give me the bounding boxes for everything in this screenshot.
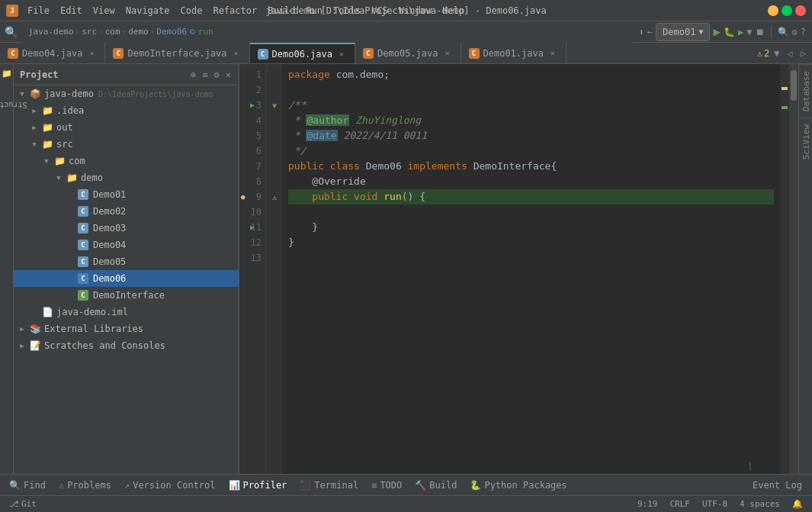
indent-setting[interactable]: 4 spaces xyxy=(737,496,783,513)
tree-item-scratches[interactable]: ▶ 📝 Scratches and Consoles xyxy=(14,337,239,354)
run-toolbar: ⬆ ← Demo01 ▼ ▶ 🐛 ▶ ▼ ⏹ 🔍 ⚙ ? xyxy=(633,23,812,41)
right-panel-database[interactable]: Database xyxy=(799,64,812,118)
editor-vscroll[interactable] xyxy=(789,64,798,474)
panel-close-icon[interactable]: ✕ xyxy=(224,68,233,82)
breadcrumb-method[interactable]: run xyxy=(198,27,213,37)
back-icon[interactable]: ← xyxy=(647,27,653,37)
tool-todo[interactable]: ≡ TODO xyxy=(365,475,409,496)
menu-file[interactable]: File xyxy=(23,4,54,18)
more-run-options[interactable]: ▼ xyxy=(746,27,752,37)
line-num-11: ▶ 11 xyxy=(239,220,266,235)
debug-button[interactable]: 🐛 xyxy=(724,27,735,37)
close-button[interactable] xyxy=(795,5,806,16)
notification-icon[interactable]: 🔔 xyxy=(789,496,806,513)
menu-refactor[interactable]: Refactor xyxy=(208,4,262,18)
tree-item-demo06[interactable]: C Demo06 xyxy=(14,270,239,287)
tab-icon-demo06: C xyxy=(258,49,268,60)
tab-demo05[interactable]: C Demo05.java ✕ xyxy=(355,43,461,64)
tree-item-ext-libs[interactable]: ▶ 📚 External Libraries xyxy=(14,320,239,337)
breakpoint-9[interactable]: ● xyxy=(241,189,245,204)
panel-locate-icon[interactable]: ⊕ xyxy=(189,68,197,82)
menu-code[interactable]: Code xyxy=(176,4,207,18)
tree-item-demo01[interactable]: C Demo01 xyxy=(14,186,239,203)
fold-icon-11[interactable]: ▶ xyxy=(250,220,255,235)
tool-version-control[interactable]: ↗ Version Control xyxy=(118,475,223,496)
tree-item-demointerface[interactable]: C DemoInterface xyxy=(14,287,239,304)
menu-edit[interactable]: Edit xyxy=(56,4,87,18)
tab-demointerfacepre[interactable]: C DemoInterface.java ✕ xyxy=(105,43,249,64)
tree-item-demo04[interactable]: C Demo04 xyxy=(14,237,239,253)
breadcrumb-project[interactable]: java-demo xyxy=(28,27,74,37)
maximize-button[interactable] xyxy=(782,5,792,16)
tool-profiler[interactable]: 📊 Profiler xyxy=(223,475,294,496)
tool-terminal[interactable]: ⬛ Terminal xyxy=(294,475,365,496)
tab-close-demo04[interactable]: ✕ xyxy=(86,48,97,59)
structure-icon[interactable]: Structure xyxy=(0,99,29,111)
tree-item-src[interactable]: ▼ 📁 src xyxy=(14,136,239,153)
panel-collapse-icon[interactable]: ≡ xyxy=(201,68,209,82)
project-icon[interactable]: 📁 xyxy=(1,67,13,79)
search-everywhere-icon[interactable]: 🔍 xyxy=(3,24,19,40)
code-editor[interactable]: package com.demo; /** * @author ZhuYingl… xyxy=(282,64,780,474)
tool-event-log[interactable]: Event Log xyxy=(746,475,809,496)
panel-settings-icon[interactable]: ⚙ xyxy=(213,68,221,82)
tab-close-demo01[interactable]: ✕ xyxy=(547,48,558,59)
right-panel-sciview[interactable]: SciView xyxy=(799,118,812,166)
label-scratches: Scratches and Consoles xyxy=(44,340,165,351)
tree-item-demo05[interactable]: C Demo05 xyxy=(14,253,239,270)
tree-item-demo[interactable]: ▼ 📁 demo xyxy=(14,169,239,186)
breadcrumb-com[interactable]: com xyxy=(105,27,120,37)
git-status[interactable]: ⎇ Git xyxy=(6,496,40,513)
line-ending[interactable]: CRLF xyxy=(666,496,693,513)
tool-build[interactable]: 🔨 Build xyxy=(409,475,464,496)
encoding[interactable]: UTF-8 xyxy=(699,496,730,513)
tree-item-root[interactable]: ▼ 📦 java-demo D:\IdeaProjects\java-demo xyxy=(14,85,239,102)
tab-demo06[interactable]: C Demo06.java ✕ xyxy=(250,43,355,64)
warnings-badge[interactable]: ⚠ 2 xyxy=(757,48,769,59)
minimize-button[interactable] xyxy=(768,5,778,16)
menu-navigate[interactable]: Navigate xyxy=(121,4,175,18)
tree-item-demo02[interactable]: C Demo02 xyxy=(14,203,239,220)
tree-item-out[interactable]: ▶ 📁 out xyxy=(14,119,239,136)
tool-python-packages[interactable]: 🐍 Python Packages xyxy=(464,475,573,496)
run-button[interactable]: ▶ xyxy=(713,24,721,39)
status-bar: ⎇ Git 9:19 CRLF UTF-8 4 spaces 🔔 xyxy=(0,495,812,512)
tab-close-demointerfacepre[interactable]: ✕ xyxy=(231,48,242,59)
stop-button[interactable]: ⏹ xyxy=(756,27,765,37)
settings-icon[interactable]: ⚙ xyxy=(792,27,798,37)
breadcrumb-file[interactable]: Demo06 xyxy=(156,27,187,37)
gutter-3[interactable]: ▼ xyxy=(267,98,282,113)
tree-item-idea[interactable]: ▶ 📁 .idea xyxy=(14,102,239,119)
vscroll-thumb[interactable] xyxy=(791,70,797,101)
tab-close-demo05[interactable]: ✕ xyxy=(442,48,453,59)
code-line-2 xyxy=(288,82,774,98)
tab-demo01[interactable]: C Demo01.java ✕ xyxy=(461,43,566,64)
icon-scratches: 📝 xyxy=(29,340,41,352)
menu-view[interactable]: View xyxy=(88,4,120,18)
breadcrumb-demo[interactable]: demo xyxy=(128,27,149,37)
tool-find[interactable]: 🔍 Find xyxy=(3,475,53,496)
search-icon[interactable]: 🔍 xyxy=(778,27,789,37)
help-icon[interactable]: ? xyxy=(801,27,806,37)
gutter-9[interactable]: ⚠ xyxy=(267,189,282,204)
arrow-ext-libs: ▶ xyxy=(17,324,27,334)
right-gutter xyxy=(780,64,789,474)
tab-icon-demo04: C xyxy=(8,48,18,59)
tab-close-demo06[interactable]: ✕ xyxy=(336,49,347,60)
tree-item-com[interactable]: ▼ 📁 com xyxy=(14,153,239,169)
tool-problems[interactable]: ⚠ Problems xyxy=(53,475,118,496)
tab-scroll-left[interactable]: ◁ xyxy=(785,48,796,59)
breadcrumb-src[interactable]: src xyxy=(82,27,97,37)
cursor-pos-label: 9:19 xyxy=(637,499,658,509)
fold-icon-3[interactable]: ▶ xyxy=(250,98,255,113)
tree-item-demo03[interactable]: C Demo03 xyxy=(14,220,239,237)
tab-list-button[interactable]: ▼ xyxy=(771,48,782,59)
tab-demo04[interactable]: C Demo04.java ✕ xyxy=(0,43,105,64)
tab-scroll-right[interactable]: ▷ xyxy=(798,48,809,59)
gutter-5 xyxy=(267,128,282,143)
vcs-icon[interactable]: ⬆ xyxy=(639,27,644,37)
tree-item-iml[interactable]: 📄 java-demo.iml xyxy=(14,304,239,320)
run-with-coverage-icon[interactable]: ▶ xyxy=(738,27,743,37)
run-config-dropdown[interactable]: Demo01 ▼ xyxy=(656,23,710,41)
cursor-position[interactable]: 9:19 xyxy=(634,496,661,513)
